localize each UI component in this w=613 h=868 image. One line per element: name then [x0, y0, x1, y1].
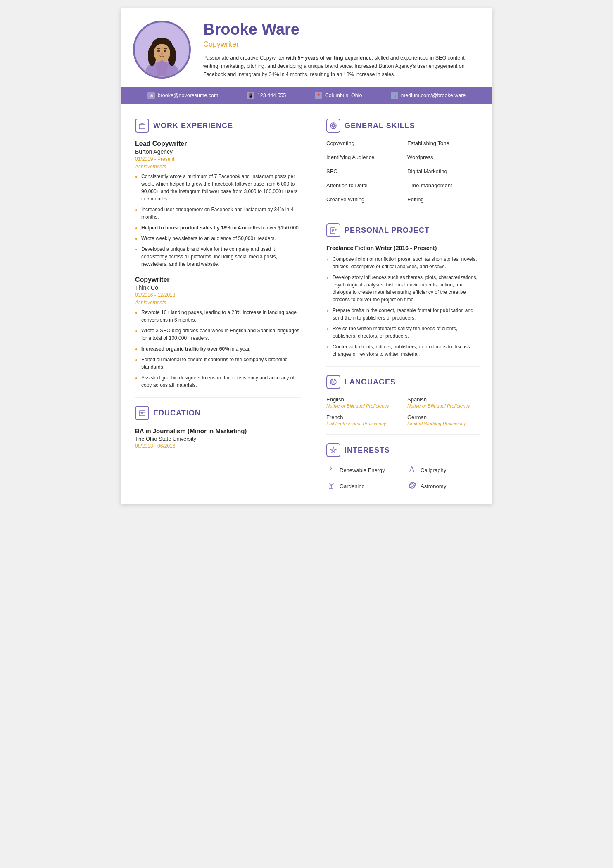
education-title: EDUCATION	[153, 409, 201, 417]
interest-astronomy: Astronomy	[407, 481, 480, 492]
contact-bar: ✉ brooke@novoresume.com 📱 123 444 555 📍 …	[121, 87, 492, 104]
skills-icon	[326, 119, 340, 133]
svg-point-32	[408, 482, 416, 489]
lang-level: Full Professional Proficiency	[326, 421, 399, 426]
list-item: Assisted graphic designers to ensure the…	[135, 374, 301, 389]
skill-item: Digital Marketing	[407, 168, 480, 178]
renewable-energy-icon	[326, 465, 336, 476]
work-icon	[135, 119, 149, 133]
education-icon	[135, 406, 149, 420]
education-header: EDUCATION	[135, 406, 301, 420]
skill-item: Identifying Audience	[326, 154, 399, 164]
person-name: Brooke Ware	[203, 21, 476, 38]
job-2-title: Copywriter	[135, 276, 301, 284]
lang-level: Native or Bilingual Proficiency	[326, 403, 399, 408]
list-item: Compose fiction or nonfiction prose, suc…	[326, 255, 480, 270]
svg-point-9	[164, 50, 166, 52]
svg-point-8	[157, 50, 160, 52]
job-2-date: 03/2016 - 12/2018	[135, 292, 301, 298]
contact-website: 🔗 medium.com/@brooke.ware	[391, 92, 466, 99]
lang-name: French	[326, 414, 399, 420]
resume-container: Brooke Ware Copywriter Passionate and cr…	[121, 8, 492, 504]
skills-header: GENERAL SKILLS	[326, 119, 480, 133]
divider	[326, 366, 480, 367]
interest-caligraphy: Caligraphy	[407, 465, 480, 476]
list-item: Helped to boost product sales by 18% in …	[135, 224, 301, 231]
right-column: GENERAL SKILLS Copywriting Establishing …	[314, 104, 492, 504]
list-item: Revise the written material to satisfy t…	[326, 325, 480, 340]
lang-name: German	[407, 414, 480, 420]
education-block: BA in Journalism (Minor in Marketing) Th…	[135, 427, 301, 449]
gardening-icon	[326, 481, 336, 492]
contact-location: 📍 Columbus, Ohio	[315, 92, 362, 99]
job-1-achievements-label: Achievements	[135, 164, 301, 169]
interest-gardening: Gardening	[326, 481, 399, 492]
caligraphy-icon	[407, 465, 417, 476]
work-experience-header: WORK EXPERIENCE	[135, 119, 301, 133]
list-item: Wrote weekly newsletters to an audience …	[135, 235, 301, 242]
job-1-company: Burton Agency	[135, 148, 301, 155]
language-french: French Full Professional Proficiency	[326, 414, 399, 426]
person-title: Copywriter	[203, 40, 476, 49]
interest-renewable-energy: Renewable Energy	[326, 465, 399, 476]
languages-icon	[326, 375, 340, 389]
job-2-bullets: Rewrote 10+ landing pages, leading to a …	[135, 309, 301, 389]
skill-item: Copywriting	[326, 140, 399, 150]
svg-point-17	[332, 124, 335, 127]
interest-label: Gardening	[340, 483, 365, 489]
edu-school: The Ohio State University	[135, 436, 301, 442]
list-item: Edited all material to ensure it conform…	[135, 356, 301, 371]
main-content: WORK EXPERIENCE Lead Copywriter Burton A…	[121, 104, 492, 504]
skill-item: Time-management	[407, 182, 480, 192]
list-item: Prepare drafts in the correct, readable …	[326, 307, 480, 322]
astronomy-icon	[407, 481, 417, 492]
languages-header: LANGUAGES	[326, 375, 480, 389]
website-icon: 🔗	[391, 92, 398, 99]
svg-point-31	[411, 484, 413, 486]
list-item: Increased organic traffic by over 60% in…	[135, 345, 301, 353]
skill-item: Editing	[407, 196, 480, 206]
job-2-achievements-label: Achievements	[135, 300, 301, 305]
project-title-heading: PERSONAL PROJECT	[345, 226, 430, 235]
edu-date: 08/2013 - 06/2016	[135, 443, 301, 449]
lang-name: Spanish	[407, 396, 480, 403]
job-1-date: 01/2019 - Present	[135, 156, 301, 162]
project-icon	[326, 223, 340, 237]
job-1-title: Lead Copywriter	[135, 140, 301, 148]
lang-level: Limited Working Proficiency	[407, 421, 480, 426]
interest-label: Caligraphy	[421, 467, 446, 473]
project-name: Freelance Fiction Writer (2016 - Present…	[326, 245, 480, 251]
contact-email: ✉ brooke@novoresume.com	[147, 92, 219, 99]
header-section: Brooke Ware Copywriter Passionate and cr…	[121, 8, 492, 87]
skill-item: Establishing Tone	[407, 140, 480, 150]
list-item: Developed a unique brand voice for the c…	[135, 246, 301, 268]
list-item: Wrote 3 SEO blog articles each week in E…	[135, 327, 301, 342]
svg-rect-10	[139, 124, 145, 129]
person-bio: Passionate and creative Copywriter with …	[203, 54, 476, 79]
header-info: Brooke Ware Copywriter Passionate and cr…	[203, 21, 476, 79]
interest-label: Renewable Energy	[340, 467, 385, 473]
list-item: Confer with clients, editors, publishers…	[326, 343, 480, 358]
interests-icon	[326, 443, 340, 457]
project-bullets: Compose fiction or nonfiction prose, suc…	[326, 255, 480, 358]
lang-name: English	[326, 396, 399, 403]
email-icon: ✉	[147, 92, 155, 99]
project-header: PERSONAL PROJECT	[326, 223, 480, 237]
divider	[326, 434, 480, 435]
job-1-bullets: Consistently wrote a minimum of 7 Facebo…	[135, 173, 301, 268]
list-item: Rewrote 10+ landing pages, leading to a …	[135, 309, 301, 324]
skills-grid: Copywriting Establishing Tone Identifyin…	[326, 140, 480, 206]
job-1: Lead Copywriter Burton Agency 01/2019 - …	[135, 140, 301, 268]
work-experience-title: WORK EXPERIENCE	[153, 122, 233, 130]
skill-item: Attention to Detail	[326, 182, 399, 192]
divider	[135, 397, 301, 398]
skill-item: Wordpress	[407, 154, 480, 164]
list-item: Increased user engagement on Facebook an…	[135, 206, 301, 221]
lang-level: Native or Bilingual Proficiency	[407, 403, 480, 408]
language-german: German Limited Working Proficiency	[407, 414, 480, 426]
job-2: Copywriter Think Co. 03/2016 - 12/2018 A…	[135, 276, 301, 389]
languages-title: LANGUAGES	[345, 378, 396, 386]
location-icon: 📍	[315, 92, 322, 99]
language-english: English Native or Bilingual Proficiency	[326, 396, 399, 408]
interests-title: INTERESTS	[345, 446, 390, 455]
